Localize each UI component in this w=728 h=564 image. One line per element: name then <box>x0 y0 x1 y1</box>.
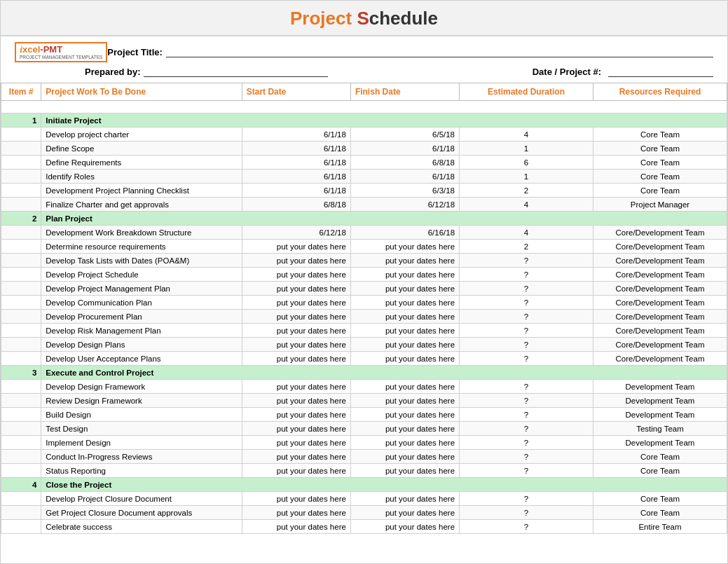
finish-date[interactable]: put your dates here <box>350 282 459 296</box>
start-date[interactable]: put your dates here <box>242 408 350 422</box>
start-date[interactable]: 6/12/18 <box>242 226 350 240</box>
item-num <box>1 464 41 478</box>
item-num <box>1 450 41 464</box>
col-header-resources: Resources Required <box>593 83 727 101</box>
resources: Core/Development Team <box>593 352 727 366</box>
section-number: 2 <box>1 212 41 226</box>
finish-date[interactable]: 6/1/18 <box>350 170 459 184</box>
finish-date[interactable]: 6/5/18 <box>350 128 459 142</box>
finish-date[interactable]: put your dates here <box>350 380 459 394</box>
finish-date[interactable]: 6/8/18 <box>350 156 459 170</box>
resources: Development Team <box>593 380 727 394</box>
start-date[interactable]: 6/1/18 <box>242 170 350 184</box>
start-date[interactable]: put your dates here <box>242 520 350 534</box>
start-date[interactable]: put your dates here <box>242 464 350 478</box>
date-project-input-line[interactable] <box>608 67 713 77</box>
duration: 2 <box>460 240 593 254</box>
item-num <box>1 296 41 310</box>
item-num <box>1 240 41 254</box>
finish-date[interactable]: put your dates here <box>350 394 459 408</box>
table-row: Get Project Closure Document approvals p… <box>1 506 727 520</box>
finish-date[interactable]: put your dates here <box>350 422 459 436</box>
finish-date[interactable]: put your dates here <box>350 450 459 464</box>
resources: Core Team <box>593 464 727 478</box>
finish-date[interactable]: 6/1/18 <box>350 142 459 156</box>
date-project-label: Date / Project #: <box>533 67 601 77</box>
finish-date[interactable]: put your dates here <box>350 520 459 534</box>
prepared-by-input-line[interactable] <box>144 67 327 77</box>
start-date[interactable]: put your dates here <box>242 310 350 324</box>
finish-date[interactable]: 6/12/18 <box>350 198 459 212</box>
finish-date[interactable]: put your dates here <box>350 254 459 268</box>
table-row: Develop Procurement Plan put your dates … <box>1 310 727 324</box>
resources: Testing Team <box>593 422 727 436</box>
finish-date[interactable]: put your dates here <box>350 506 459 520</box>
col-header-task: Project Work To Be Done <box>41 83 242 101</box>
resources: Core/Development Team <box>593 296 727 310</box>
resources: Core/Development Team <box>593 310 727 324</box>
item-num <box>1 282 41 296</box>
finish-date[interactable]: 6/16/18 <box>350 226 459 240</box>
project-title-input-line[interactable] <box>166 48 713 57</box>
item-num <box>1 156 41 170</box>
start-date[interactable]: put your dates here <box>242 240 350 254</box>
start-date[interactable]: put your dates here <box>242 394 350 408</box>
start-date[interactable]: put your dates here <box>242 282 350 296</box>
start-date[interactable]: 6/1/18 <box>242 128 350 142</box>
start-date[interactable]: put your dates here <box>242 296 350 310</box>
duration: ? <box>460 436 593 450</box>
start-date[interactable]: 6/1/18 <box>242 142 350 156</box>
resources: Core Team <box>593 492 727 506</box>
task-name: Review Design Framework <box>41 394 242 408</box>
finish-date[interactable]: put your dates here <box>350 296 459 310</box>
task-name: Development Project Planning Checklist <box>41 184 242 198</box>
table-row: Develop Project Schedule put your dates … <box>1 268 727 282</box>
start-date[interactable]: 6/1/18 <box>242 156 350 170</box>
start-date[interactable]: 6/1/18 <box>242 184 350 198</box>
finish-date[interactable]: put your dates here <box>350 464 459 478</box>
start-date[interactable]: put your dates here <box>242 492 350 506</box>
duration: 4 <box>460 226 593 240</box>
finish-date[interactable]: put your dates here <box>350 310 459 324</box>
task-name: Develop User Acceptance Plans <box>41 352 242 366</box>
item-num <box>1 198 41 212</box>
task-name: Develop Communication Plan <box>41 296 242 310</box>
start-date[interactable]: put your dates here <box>242 506 350 520</box>
resources: Core/Development Team <box>593 268 727 282</box>
resources: Core Team <box>593 128 727 142</box>
duration: ? <box>460 492 593 506</box>
start-date[interactable]: 6/8/18 <box>242 198 350 212</box>
finish-date[interactable]: put your dates here <box>350 240 459 254</box>
start-date[interactable]: put your dates here <box>242 338 350 352</box>
task-name: Identify Roles <box>41 170 242 184</box>
start-date[interactable]: put your dates here <box>242 380 350 394</box>
start-date[interactable]: put your dates here <box>242 422 350 436</box>
resources: Development Team <box>593 436 727 450</box>
resources: Core/Development Team <box>593 282 727 296</box>
finish-date[interactable]: put your dates here <box>350 408 459 422</box>
start-date[interactable]: put your dates here <box>242 324 350 338</box>
resources: Core Team <box>593 184 727 198</box>
finish-date[interactable]: put your dates here <box>350 436 459 450</box>
finish-date[interactable]: put your dates here <box>350 338 459 352</box>
table-row: Develop Task Lists with Dates (POA&M) pu… <box>1 254 727 268</box>
col-header-finish: Finish Date <box>350 83 459 101</box>
finish-date[interactable]: put your dates here <box>350 324 459 338</box>
duration: ? <box>460 324 593 338</box>
start-date[interactable]: put your dates here <box>242 268 350 282</box>
section-title: Plan Project <box>41 212 727 226</box>
table-row: Develop project charter 6/1/18 6/5/18 4 … <box>1 128 727 142</box>
resources: Core Team <box>593 142 727 156</box>
start-date[interactable]: put your dates here <box>242 254 350 268</box>
item-num <box>1 352 41 366</box>
logo: 𝑖xcel-PMT PROJECT MANAGEMENT TEMPLATES <box>15 42 107 62</box>
item-num <box>1 226 41 240</box>
start-date[interactable]: put your dates here <box>242 352 350 366</box>
finish-date[interactable]: put your dates here <box>350 492 459 506</box>
start-date[interactable]: put your dates here <box>242 450 350 464</box>
start-date[interactable]: put your dates here <box>242 436 350 450</box>
finish-date[interactable]: put your dates here <box>350 268 459 282</box>
finish-date[interactable]: 6/3/18 <box>350 184 459 198</box>
finish-date[interactable]: put your dates here <box>350 352 459 366</box>
task-name: Develop Risk Management Plan <box>41 324 242 338</box>
